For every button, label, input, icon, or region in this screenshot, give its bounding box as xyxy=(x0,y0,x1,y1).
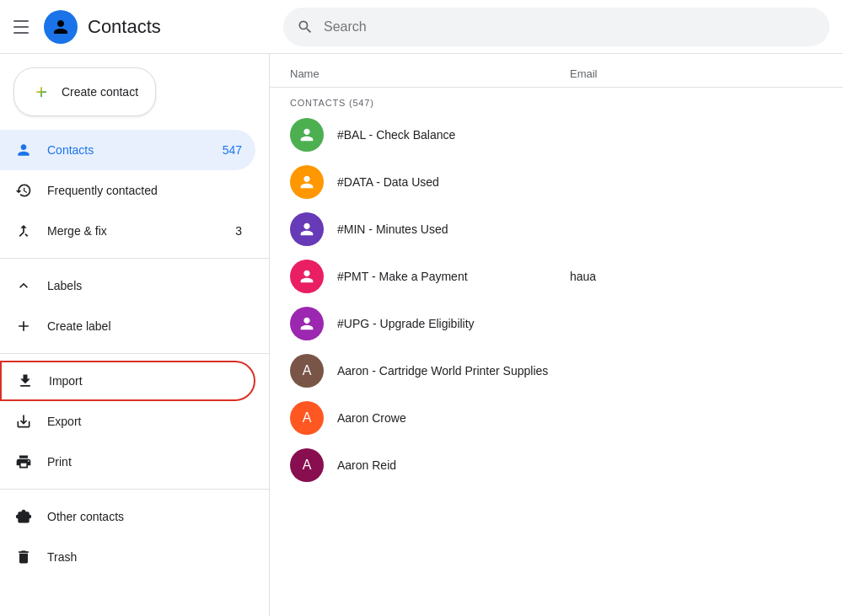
sidebar-item-print[interactable]: Print xyxy=(0,442,255,482)
app-logo xyxy=(44,10,78,44)
contact-info: #BAL - Check Balance xyxy=(337,128,823,142)
sidebar-item-frequently-contacted[interactable]: Frequently contacted xyxy=(0,170,255,211)
trash-label: Trash xyxy=(47,550,242,564)
merge-fix-badge: 3 xyxy=(235,224,242,238)
avatar: A xyxy=(290,354,324,388)
contact-info: Aaron Reid xyxy=(337,458,823,472)
contacts-nav-badge: 547 xyxy=(223,143,242,157)
sidebar-item-export[interactable]: Export xyxy=(0,401,255,442)
sidebar-item-trash[interactable]: Trash xyxy=(0,537,255,577)
avatar: A xyxy=(290,448,324,482)
add-icon xyxy=(13,316,34,336)
sidebar-item-create-label[interactable]: Create label xyxy=(0,306,255,346)
frequently-contacted-label: Frequently contacted xyxy=(47,184,242,197)
contacts-nav-label: Contacts xyxy=(47,143,209,157)
export-icon xyxy=(13,411,34,431)
contact-name: #PMT - Make a Payment xyxy=(337,270,570,283)
avatar xyxy=(290,307,324,340)
avatar xyxy=(290,165,324,199)
plus-icon xyxy=(31,82,51,102)
search-bar[interactable] xyxy=(283,8,830,46)
header: Contacts xyxy=(0,0,843,54)
search-input[interactable] xyxy=(324,19,816,35)
sidebar-item-merge-fix[interactable]: Merge & fix 3 xyxy=(0,211,255,251)
contact-name: Aaron - Cartridge World Printer Supplies xyxy=(337,364,570,378)
trash-icon xyxy=(13,547,34,567)
sidebar-item-other-contacts[interactable]: Other contacts xyxy=(0,496,255,537)
contacts-section-label: CONTACTS (547) xyxy=(270,88,843,111)
print-label: Print xyxy=(47,455,242,469)
contact-name: #BAL - Check Balance xyxy=(337,128,570,142)
contact-info: Aaron - Cartridge World Printer Supplies xyxy=(337,364,823,378)
col-email-header: Email xyxy=(570,67,823,80)
contacts-content: Name Email CONTACTS (547) #BAL - Check B… xyxy=(270,54,843,616)
contact-name: #MIN - Minutes Used xyxy=(337,222,570,236)
other-contacts-icon xyxy=(13,506,34,527)
avatar xyxy=(290,260,324,293)
sidebar-divider-1 xyxy=(0,258,269,259)
other-contacts-label: Other contacts xyxy=(47,510,242,523)
content-header: Name Email xyxy=(270,54,843,88)
table-row[interactable]: #DATA - Data Used xyxy=(270,158,843,206)
sidebar: Create contact Contacts 547 Frequently c… xyxy=(0,54,270,616)
table-row[interactable]: AAaron Crowe xyxy=(270,394,843,442)
contact-info: #PMT - Make a Paymenthaua xyxy=(337,270,823,283)
history-icon xyxy=(13,180,34,201)
table-row[interactable]: #PMT - Make a Paymenthaua xyxy=(270,253,843,300)
export-label: Export xyxy=(47,415,242,428)
contact-info: Aaron Crowe xyxy=(337,411,823,425)
sidebar-divider-2 xyxy=(0,353,269,354)
avatar xyxy=(290,212,324,246)
contact-name: Aaron Crowe xyxy=(337,411,570,425)
print-icon xyxy=(13,452,34,472)
sidebar-item-import[interactable]: Import xyxy=(0,361,255,401)
contact-info: #DATA - Data Used xyxy=(337,175,823,189)
col-name-header: Name xyxy=(290,67,570,80)
hamburger-menu-icon[interactable] xyxy=(13,17,34,37)
create-label-text: Create label xyxy=(47,319,242,333)
table-row[interactable]: #BAL - Check Balance xyxy=(270,111,843,158)
labels-section-header[interactable]: Labels xyxy=(0,265,269,306)
main-layout: Create contact Contacts 547 Frequently c… xyxy=(0,54,843,616)
contacts-list: #BAL - Check Balance #DATA - Data Used #… xyxy=(270,111,843,489)
avatar: A xyxy=(290,401,324,435)
person-icon xyxy=(13,140,34,160)
contact-info: #UPG - Upgrade Eligibility xyxy=(337,317,823,330)
merge-fix-label: Merge & fix xyxy=(47,224,222,238)
create-contact-label: Create contact xyxy=(62,85,138,99)
table-row[interactable]: #MIN - Minutes Used xyxy=(270,206,843,253)
labels-section-label: Labels xyxy=(47,279,82,292)
import-icon xyxy=(15,371,35,391)
chevron-up-icon xyxy=(13,276,34,296)
table-row[interactable]: AAaron Reid xyxy=(270,442,843,489)
contact-info: #MIN - Minutes Used xyxy=(337,222,823,236)
avatar xyxy=(290,118,324,152)
contact-name: #DATA - Data Used xyxy=(337,175,570,189)
merge-icon xyxy=(13,221,34,241)
sidebar-divider-3 xyxy=(0,489,269,490)
create-contact-button[interactable]: Create contact xyxy=(13,67,156,116)
sidebar-item-contacts[interactable]: Contacts 547 xyxy=(0,130,255,170)
contact-name: Aaron Reid xyxy=(337,458,570,472)
contact-name: #UPG - Upgrade Eligibility xyxy=(337,317,570,330)
contact-email: haua xyxy=(570,270,823,283)
import-label: Import xyxy=(49,374,240,388)
search-icon xyxy=(297,19,314,35)
header-left: Contacts xyxy=(13,10,283,44)
app-title: Contacts xyxy=(88,16,161,38)
table-row[interactable]: #UPG - Upgrade Eligibility xyxy=(270,300,843,347)
table-row[interactable]: AAaron - Cartridge World Printer Supplie… xyxy=(270,347,843,394)
